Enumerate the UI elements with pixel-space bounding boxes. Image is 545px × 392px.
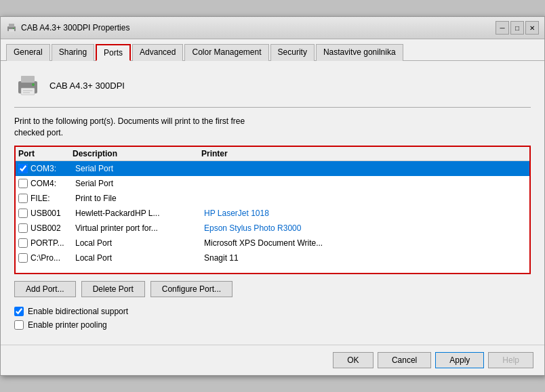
port-printer-usb001: HP LaserJet 1018 bbox=[204, 207, 527, 219]
svg-rect-2 bbox=[9, 29, 14, 32]
svg-rect-9 bbox=[23, 92, 30, 93]
printer-large-icon bbox=[14, 72, 41, 99]
window-title: CAB A4.3+ 300DPI Properties bbox=[21, 23, 129, 32]
port-desc-usb002: Virtual printer port for... bbox=[75, 222, 204, 234]
port-desc-portp: Local Port bbox=[75, 237, 204, 249]
port-printer-usb002: Epson Stylus Photo R3000 bbox=[204, 222, 527, 234]
svg-rect-8 bbox=[23, 90, 33, 91]
tab-sharing[interactable]: Sharing bbox=[52, 44, 94, 61]
tab-security[interactable]: Security bbox=[270, 44, 315, 61]
add-port-button[interactable]: Add Port... bbox=[14, 281, 76, 297]
ok-button[interactable]: OK bbox=[333, 352, 374, 368]
tab-ports[interactable]: Ports bbox=[96, 44, 131, 61]
tab-color-management[interactable]: Color Management bbox=[184, 44, 268, 61]
col-header-description: Description bbox=[73, 149, 201, 158]
port-list-container: Port Description Printer COM3: Serial Po… bbox=[14, 146, 531, 274]
header-divider bbox=[14, 107, 531, 108]
port-printer-portp: Microsoft XPS Document Write... bbox=[204, 237, 527, 249]
port-checkbox-usb001[interactable] bbox=[18, 209, 28, 218]
maximize-button[interactable]: □ bbox=[510, 21, 524, 35]
port-checkbox-cpro[interactable] bbox=[18, 253, 28, 263]
port-val-portp: PORTP... bbox=[31, 237, 75, 249]
port-checkbox-file[interactable] bbox=[18, 194, 28, 203]
port-row-portp[interactable]: PORTP... Local Port Microsoft XPS Docume… bbox=[16, 236, 529, 251]
pooling-checkbox[interactable] bbox=[14, 320, 24, 330]
port-desc-file: Print to File bbox=[75, 192, 204, 204]
port-row-com4[interactable]: COM4: Serial Port bbox=[16, 176, 529, 191]
port-val-file: FILE: bbox=[31, 192, 75, 204]
help-button[interactable]: Help bbox=[488, 352, 533, 368]
close-button[interactable]: ✕ bbox=[525, 21, 539, 35]
tab-nastavitve[interactable]: Nastavitve gonilnika bbox=[316, 44, 403, 61]
port-row-file[interactable]: FILE: Print to File bbox=[16, 191, 529, 206]
port-desc-com3: Serial Port bbox=[75, 162, 204, 175]
port-val-com4: COM4: bbox=[31, 177, 75, 190]
port-instructions: Print to the following port(s). Document… bbox=[14, 116, 531, 139]
port-row-usb002[interactable]: USB002 Virtual printer port for... Epson… bbox=[16, 221, 529, 236]
apply-button[interactable]: Apply bbox=[435, 352, 484, 368]
svg-rect-6 bbox=[21, 88, 35, 95]
port-printer-cpro: Snagit 11 bbox=[204, 252, 527, 264]
port-row-usb001[interactable]: USB001 Hewlett-PackardHP L... HP LaserJe… bbox=[16, 206, 529, 221]
port-list-body[interactable]: COM3: Serial Port COM4: Serial Port FILE… bbox=[16, 161, 529, 273]
port-checkbox-usb002[interactable] bbox=[18, 223, 28, 233]
title-bar-left: CAB A4.3+ 300DPI Properties bbox=[6, 22, 129, 33]
tab-advanced[interactable]: Advanced bbox=[132, 44, 183, 61]
port-val-com3: COM3: bbox=[31, 162, 75, 175]
pooling-label: Enable printer pooling bbox=[28, 320, 107, 330]
printer-name: CAB A4.3+ 300DPI bbox=[49, 81, 125, 91]
port-buttons-row: Add Port... Delete Port Configure Port..… bbox=[14, 281, 531, 297]
configure-port-button[interactable]: Configure Port... bbox=[150, 281, 233, 297]
pooling-row: Enable printer pooling bbox=[14, 320, 531, 330]
tab-bar: General Sharing Ports Advanced Color Man… bbox=[1, 39, 544, 61]
port-val-cpro: C:\Pro... bbox=[31, 252, 75, 264]
bidirectional-checkbox[interactable] bbox=[14, 307, 24, 316]
footer: OK Cancel Apply Help bbox=[1, 345, 544, 375]
bidirectional-label: Enable bidirectional support bbox=[28, 307, 128, 316]
main-window: CAB A4.3+ 300DPI Properties ─ □ ✕ Genera… bbox=[0, 16, 545, 376]
tab-general[interactable]: General bbox=[6, 44, 50, 61]
col-header-printer: Printer bbox=[201, 149, 527, 158]
port-desc-cpro: Local Port bbox=[75, 252, 204, 264]
port-desc-usb001: Hewlett-PackardHP L... bbox=[75, 207, 204, 219]
port-checkbox-com3[interactable] bbox=[18, 164, 28, 173]
minimize-button[interactable]: ─ bbox=[496, 21, 509, 35]
title-controls: ─ □ ✕ bbox=[496, 21, 539, 35]
svg-point-3 bbox=[13, 28, 14, 29]
port-checkbox-com4[interactable] bbox=[18, 179, 28, 188]
port-val-usb002: USB002 bbox=[31, 222, 75, 234]
svg-point-7 bbox=[32, 83, 35, 86]
printer-title-icon bbox=[6, 22, 17, 33]
printer-header: CAB A4.3+ 300DPI bbox=[14, 72, 531, 99]
port-row-cpro[interactable]: C:\Pro... Local Port Snagit 11 bbox=[16, 251, 529, 265]
svg-rect-1 bbox=[9, 24, 14, 27]
delete-port-button[interactable]: Delete Port bbox=[81, 281, 145, 297]
port-list-header: Port Description Printer bbox=[16, 147, 529, 161]
svg-rect-5 bbox=[21, 76, 35, 83]
port-checkbox-portp[interactable] bbox=[18, 238, 28, 248]
port-row-com3[interactable]: COM3: Serial Port bbox=[16, 161, 529, 176]
title-bar: CAB A4.3+ 300DPI Properties ─ □ ✕ bbox=[1, 17, 544, 39]
col-header-port: Port bbox=[18, 149, 73, 158]
port-val-usb001: USB001 bbox=[31, 207, 75, 219]
port-desc-com4: Serial Port bbox=[75, 177, 204, 190]
cancel-button[interactable]: Cancel bbox=[378, 352, 431, 368]
bidirectional-row: Enable bidirectional support bbox=[14, 307, 531, 316]
tab-content: CAB A4.3+ 300DPI Print to the following … bbox=[1, 61, 544, 345]
